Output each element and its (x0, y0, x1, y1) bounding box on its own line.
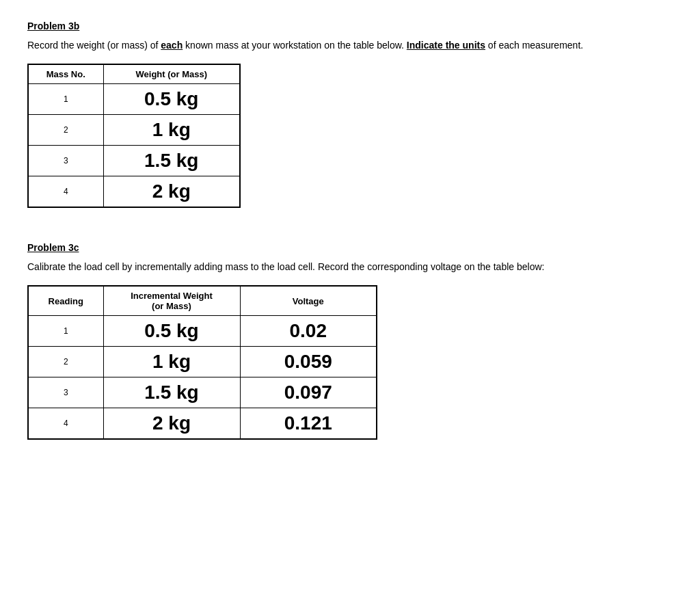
mass-number: 2 (28, 115, 103, 146)
table-row: 2 1 kg 0.059 (28, 347, 377, 377)
weight-value: 1 kg (103, 347, 240, 377)
table-header-row: Mass No. Weight (or Mass) (28, 64, 240, 84)
reading-number: 4 (28, 408, 103, 440)
weight-value: 0.5 kg (103, 316, 240, 347)
problem-3c-table: Reading Incremental Weight (or Mass) Vol… (27, 285, 377, 440)
table-3c-header-row: Reading Incremental Weight (or Mass) Vol… (28, 286, 377, 316)
problem-3b-section: Problem 3b Record the weight (or mass) o… (27, 21, 673, 208)
col-incr-weight-header: Incremental Weight (or Mass) (103, 286, 240, 316)
indicate-units-emphasis: Indicate the units (407, 40, 485, 51)
voltage-value: 0.097 (240, 377, 377, 408)
voltage-value: 0.02 (240, 316, 377, 347)
problem-3c-section: Problem 3c Calibrate the load cell by in… (27, 242, 673, 440)
col-mass-no-header: Mass No. (28, 64, 103, 84)
voltage-value: 0.121 (240, 408, 377, 440)
mass-number: 1 (28, 84, 103, 115)
each-emphasis: each (161, 40, 183, 51)
table-row: 4 2 kg (28, 176, 240, 208)
table-row: 1 0.5 kg 0.02 (28, 316, 377, 347)
mass-number: 3 (28, 146, 103, 176)
table-row: 2 1 kg (28, 115, 240, 146)
weight-value: 2 kg (103, 408, 240, 440)
table-row: 4 2 kg 0.121 (28, 408, 377, 440)
mass-value: 0.5 kg (103, 84, 240, 115)
mass-number: 4 (28, 176, 103, 208)
mass-value: 1 kg (103, 115, 240, 146)
problem-3b-description: Record the weight (or mass) of each know… (27, 38, 673, 53)
weight-value: 1.5 kg (103, 377, 240, 408)
problem-3b-table: Mass No. Weight (or Mass) 1 0.5 kg 2 1 k… (27, 64, 241, 208)
problem-3c-description: Calibrate the load cell by incrementally… (27, 260, 673, 274)
col-voltage-header: Voltage (240, 286, 377, 316)
table-row: 3 1.5 kg 0.097 (28, 377, 377, 408)
problem-3c-title: Problem 3c (27, 242, 673, 253)
mass-value: 1.5 kg (103, 146, 240, 176)
col-weight-header: Weight (or Mass) (103, 64, 240, 84)
table-row: 1 0.5 kg (28, 84, 240, 115)
problem-3b-title: Problem 3b (27, 21, 673, 31)
reading-number: 2 (28, 347, 103, 377)
voltage-value: 0.059 (240, 347, 377, 377)
mass-value: 2 kg (103, 176, 240, 208)
table-row: 3 1.5 kg (28, 146, 240, 176)
reading-number: 3 (28, 377, 103, 408)
reading-number: 1 (28, 316, 103, 347)
col-reading-header: Reading (28, 286, 103, 316)
